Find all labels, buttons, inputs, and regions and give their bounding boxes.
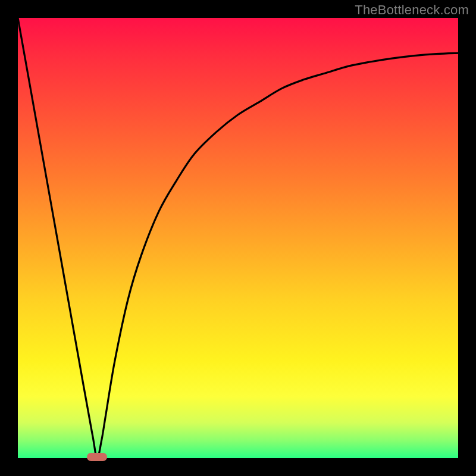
plot-area (18, 18, 458, 458)
bottleneck-curve (18, 18, 458, 458)
chart-frame: TheBottleneck.com (0, 0, 476, 476)
watermark-text: TheBottleneck.com (355, 2, 469, 18)
bottleneck-marker (87, 453, 107, 461)
